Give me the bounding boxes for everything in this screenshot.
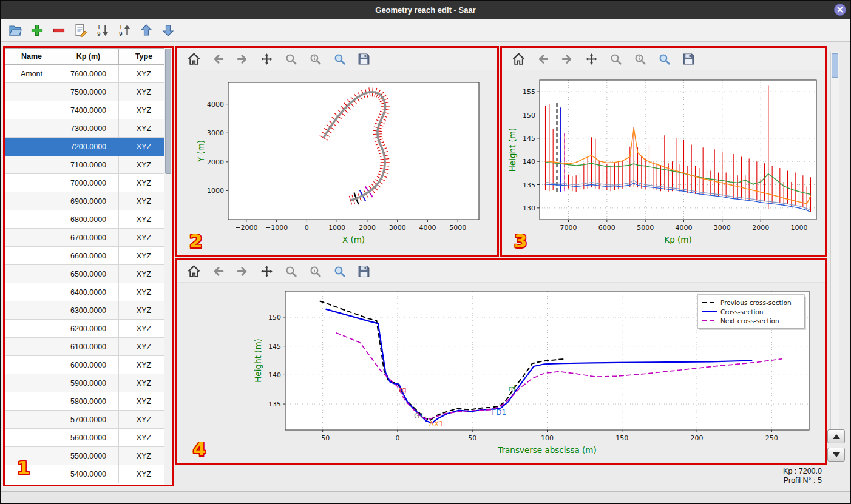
- zoom-sel-button[interactable]: [331, 263, 347, 279]
- table-row[interactable]: 5600.0000XYZ: [5, 429, 164, 447]
- svg-text:1000: 1000: [207, 187, 224, 195]
- svg-text:Height (m): Height (m): [253, 338, 263, 383]
- zoom-button[interactable]: [283, 263, 299, 279]
- profile-next-button[interactable]: [827, 448, 845, 462]
- svg-text:50: 50: [468, 434, 476, 442]
- back-button[interactable]: [535, 51, 551, 67]
- table-row[interactable]: 5700.0000XYZ: [5, 411, 164, 429]
- cell-kp: 5500.0000: [58, 447, 119, 465]
- table-row[interactable]: 7100.0000XYZ: [5, 156, 164, 174]
- svg-text:130: 130: [523, 204, 535, 212]
- sort-ascending-button[interactable]: 19: [116, 22, 133, 39]
- zoom-sel-button[interactable]: [656, 51, 672, 67]
- zoom-info-button[interactable]: [307, 51, 323, 67]
- edit-profile-button[interactable]: [72, 22, 89, 39]
- table-row[interactable]: 6800.0000XYZ: [5, 210, 164, 229]
- home-button[interactable]: [186, 51, 202, 67]
- table-row[interactable]: 5900.0000XYZ: [5, 374, 164, 392]
- table-scrollbar[interactable]: [164, 48, 172, 485]
- table-scrollbar-thumb[interactable]: [165, 49, 171, 174]
- save-button[interactable]: [356, 263, 371, 279]
- sort-asc-icon: 19: [117, 23, 132, 38]
- table-row[interactable]: 7400.0000XYZ: [5, 101, 164, 119]
- cell-type: XYZ: [119, 101, 164, 119]
- annotation-number-1: 1: [17, 457, 30, 479]
- cell-name: [5, 174, 58, 192]
- svg-text:135: 135: [523, 181, 535, 189]
- zoom-select-icon: [333, 264, 347, 278]
- svg-text:Kp (m): Kp (m): [664, 235, 691, 244]
- column-header-type[interactable]: Type: [119, 49, 164, 65]
- cell-type: XYZ: [119, 356, 164, 374]
- profiles-table: NameKp (m)TypeAmont7600.0000XYZ7500.0000…: [5, 48, 164, 485]
- add-profile-button[interactable]: [29, 22, 46, 39]
- cell-name: [5, 156, 58, 174]
- forward-button[interactable]: [234, 263, 250, 279]
- save-button[interactable]: [680, 51, 696, 67]
- plan-view-panel: −2000−1000010002000300040005000100020003…: [175, 46, 499, 257]
- cell-name: [5, 429, 58, 447]
- table-row[interactable]: 6600.0000XYZ: [5, 247, 164, 265]
- open-reach-button[interactable]: [7, 22, 24, 39]
- table-row[interactable]: 7500.0000XYZ: [5, 83, 164, 101]
- move-down-button[interactable]: [160, 22, 177, 39]
- svg-text:AX1: AX1: [429, 420, 444, 428]
- svg-text:1000: 1000: [328, 224, 345, 232]
- remove-profile-button[interactable]: [50, 22, 67, 39]
- move-up-button[interactable]: [138, 22, 155, 39]
- table-row[interactable]: 6300.0000XYZ: [5, 301, 164, 320]
- triangle-down-icon: [833, 452, 840, 457]
- column-header-kp-m-[interactable]: Kp (m): [58, 49, 119, 65]
- svg-text:4000: 4000: [207, 101, 224, 109]
- cell-kp: 7500.0000: [58, 83, 119, 101]
- close-button[interactable]: [834, 4, 846, 16]
- forward-button[interactable]: [234, 51, 250, 67]
- pan-button[interactable]: [583, 51, 599, 67]
- table-row[interactable]: 7300.0000XYZ: [5, 119, 164, 138]
- svg-text:5000: 5000: [637, 224, 654, 232]
- cell-kp: 6700.0000: [58, 229, 119, 247]
- cell-type: XYZ: [119, 229, 164, 247]
- table-row[interactable]: 7200.0000XYZ: [5, 138, 164, 156]
- table-row[interactable]: 5800.0000XYZ: [5, 392, 164, 411]
- zoom-info-button[interactable]: [307, 263, 323, 279]
- zoom-button[interactable]: [608, 51, 623, 67]
- table-row[interactable]: 6700.0000XYZ: [5, 229, 164, 247]
- zoom-button[interactable]: [283, 51, 299, 67]
- back-button[interactable]: [210, 51, 226, 67]
- cell-kp: 5600.0000: [58, 429, 119, 447]
- table-row[interactable]: 7000.0000XYZ: [5, 174, 164, 192]
- svg-text:145: 145: [523, 135, 535, 143]
- main-scrollbar[interactable]: [830, 52, 839, 430]
- profiles-table-grid: NameKp (m)TypeAmont7600.0000XYZ7500.0000…: [5, 48, 164, 483]
- zoom-sel-button[interactable]: [331, 51, 347, 67]
- home-button[interactable]: [186, 263, 202, 279]
- sort-descending-button[interactable]: 19: [94, 22, 111, 39]
- main-scrollbar-thumb[interactable]: [832, 53, 838, 78]
- table-row[interactable]: 6100.0000XYZ: [5, 338, 164, 356]
- forward-button[interactable]: [559, 51, 575, 67]
- cross-section-panel: rgrdAX1FD1G1−500501001502002501351401451…: [175, 258, 827, 465]
- svg-text:200: 200: [691, 434, 704, 442]
- zoom-select-icon: [657, 52, 671, 66]
- svg-text:140: 140: [523, 158, 535, 166]
- table-row[interactable]: Amont7600.0000XYZ: [5, 65, 164, 83]
- table-row[interactable]: 6900.0000XYZ: [5, 192, 164, 210]
- table-row[interactable]: 6400.0000XYZ: [5, 283, 164, 301]
- back-icon: [211, 52, 225, 66]
- pan-button[interactable]: [259, 263, 274, 279]
- table-row[interactable]: 6200.0000XYZ: [5, 320, 164, 338]
- cell-type: XYZ: [119, 429, 164, 447]
- zoom-select-icon: [333, 52, 347, 66]
- annotation-number-4: 4: [193, 438, 206, 460]
- back-button[interactable]: [210, 263, 226, 279]
- zoom-info-button[interactable]: [632, 51, 648, 67]
- profile-previous-button[interactable]: [827, 429, 845, 443]
- pan-button[interactable]: [259, 51, 274, 67]
- save-button[interactable]: [356, 51, 371, 67]
- home-button[interactable]: [510, 51, 526, 67]
- column-header-name[interactable]: Name: [5, 49, 58, 65]
- table-row[interactable]: 6000.0000XYZ: [5, 356, 164, 374]
- cell-kp: 6600.0000: [58, 247, 119, 265]
- table-row[interactable]: 6500.0000XYZ: [5, 265, 164, 283]
